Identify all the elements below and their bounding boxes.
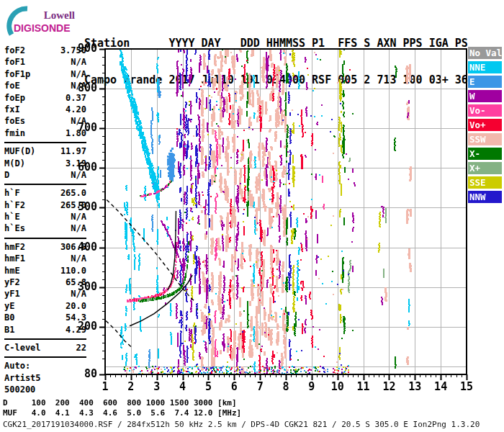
- legend-item-E: E: [468, 76, 502, 88]
- legend-item-Vo-: Vo-: [468, 104, 502, 117]
- distance-row: D 100 200 400 600 800 1000 1500 3000 [km…: [3, 398, 237, 408]
- echo-direction-legend: No ValNNEEWVo-Vo+SSWX-X+SSENNW: [468, 47, 503, 205]
- status-line: CGK21_2017191034000.RSF / 284fx512h 50 k…: [3, 420, 480, 429]
- muf-row: MUF 4.0 4.1 4.3 4.6 5.0 5.6 7.4 12.0 [MH…: [3, 408, 241, 418]
- legend-item-X+: X+: [468, 162, 502, 174]
- legend-item-NNW: NNW: [468, 191, 502, 203]
- legend-item-SSW: SSW: [468, 133, 502, 145]
- ionogram-plot: [0, 0, 504, 432]
- legend-item-Vo+: Vo+: [468, 119, 502, 131]
- legend-item-W: W: [468, 90, 502, 102]
- legend-item-NNE: NNE: [468, 61, 502, 73]
- legend-item-X-: X-: [468, 148, 502, 160]
- digisonde-ionogram-window: Lowell DIGISONDE Station YYYY DAY DDD HH…: [0, 0, 504, 432]
- legend-item-SSE: SSE: [468, 176, 502, 189]
- legend-item-NoVal: No Val: [468, 47, 502, 59]
